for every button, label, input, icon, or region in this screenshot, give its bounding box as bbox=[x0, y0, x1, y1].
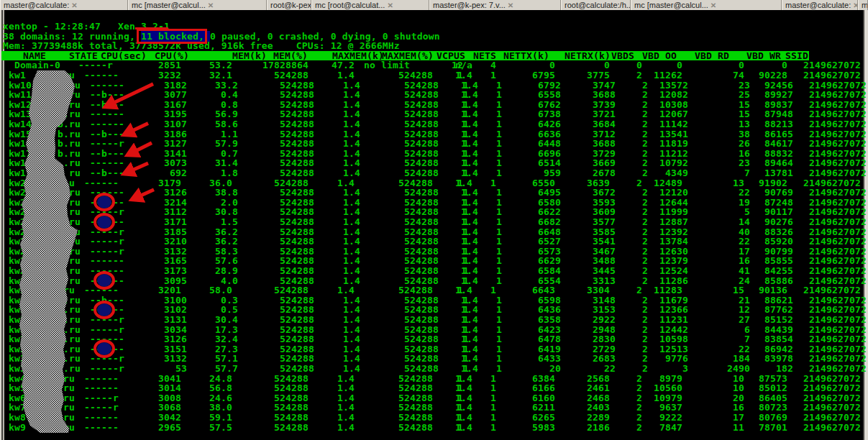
cell-nettx: 6426 bbox=[505, 119, 561, 129]
cell-ssid: 2149627072 bbox=[798, 413, 861, 423]
cell-vbd_wr: 87762 bbox=[753, 305, 793, 315]
terminal-tab[interactable]: master@k-pex: 7.v...✕ bbox=[429, 0, 561, 10]
cell-cpu_sec: 53 bbox=[121, 364, 187, 374]
cell-mem_k: 524288 bbox=[238, 247, 314, 257]
cell-cpu_pct: 36.0 bbox=[183, 178, 232, 188]
close-icon[interactable]: ✕ bbox=[208, 1, 214, 9]
close-icon[interactable]: ✕ bbox=[508, 1, 513, 9]
cell-vbd_oo: 12524 bbox=[651, 266, 688, 276]
cell-mem_k: 524288 bbox=[238, 90, 314, 100]
cell-nets: 1 bbox=[472, 158, 502, 168]
column-header-mem: MEM(%) bbox=[273, 51, 308, 61]
cell-cpu_pct: 58.3 bbox=[189, 247, 238, 257]
cell-nettx: 6795 bbox=[499, 70, 555, 81]
close-icon[interactable]: ✕ bbox=[853, 1, 858, 9]
cell-vbd_rd: 184 bbox=[691, 354, 750, 364]
cell-mem_pct: 1.4 bbox=[317, 256, 360, 266]
cell-maxmem_k: 524288 bbox=[357, 70, 433, 81]
cell-vbd_oo: 0 bbox=[645, 60, 682, 70]
cell-mem_pct: 1.4 bbox=[317, 325, 360, 335]
cell-vbds: 2 bbox=[619, 334, 648, 344]
cell-mem_k: 524288 bbox=[238, 325, 314, 335]
cell-maxmem_k: no limit bbox=[357, 60, 433, 70]
cell-maxmem_k: 524288 bbox=[362, 168, 439, 178]
cell-nets: 1 bbox=[472, 227, 502, 237]
cell-cpu_sec: 3141 bbox=[121, 149, 187, 159]
close-icon[interactable]: ✕ bbox=[387, 1, 393, 9]
column-header-maxmemk: MAXMEM(k) bbox=[332, 51, 384, 61]
table-row: kw33.ru-----r303417.35242881.45242881.41… bbox=[0, 325, 868, 335]
cell-vbd_oo: 11262 bbox=[645, 70, 682, 81]
cell-maxmem_k: 524288 bbox=[362, 266, 439, 276]
terminal-tab[interactable]: mc [master@calcul...✕ bbox=[631, 0, 782, 10]
cell-mem_k: 524288 bbox=[238, 168, 314, 178]
cell-ssid: 2149627072 bbox=[803, 168, 867, 178]
cell-vbd_oo: 12082 bbox=[651, 90, 688, 100]
terminal-tab[interactable]: master@calculate:✕ bbox=[0, 0, 128, 10]
terminal-tab[interactable]: mc [root@calculat...✕ bbox=[311, 0, 429, 10]
cell-maxmem_k: 524288 bbox=[362, 237, 439, 247]
cell-mem_pct: 1.4 bbox=[311, 413, 355, 423]
cell-nets: 1 bbox=[472, 217, 502, 227]
domain-state: --b--- bbox=[90, 149, 124, 159]
terminal-tab[interactable]: mc [master@calcul...✕ bbox=[128, 0, 267, 10]
cell-vbd_rd: 11 bbox=[685, 423, 744, 433]
cell-cpu_pct: 28.9 bbox=[189, 266, 238, 276]
cell-vbd_oo: 7847 bbox=[645, 423, 682, 433]
domain-state: ------ bbox=[90, 158, 124, 168]
table-row: kw2ru--b---32142.05242881.45242881.41165… bbox=[0, 198, 868, 208]
cell-nettx: 6419 bbox=[505, 344, 561, 354]
cell-nets: 1 bbox=[466, 413, 496, 423]
cell-vbd_rd: 6 bbox=[691, 325, 750, 335]
cell-cpu_sec: 2851 bbox=[115, 60, 181, 70]
close-icon[interactable]: ✕ bbox=[71, 1, 77, 9]
cell-ssid: 2149627072 bbox=[803, 207, 867, 217]
cell-cpu_pct: 30.4 bbox=[189, 315, 238, 325]
cell-vbds: 2 bbox=[613, 413, 642, 423]
cell-nettx: 5983 bbox=[499, 423, 555, 433]
cell-nettx: 6265 bbox=[499, 413, 555, 423]
domain-state: ------ bbox=[90, 81, 124, 91]
cell-vbd_wr: 84617 bbox=[753, 139, 793, 149]
cell-vbd_wr: 87948 bbox=[753, 109, 793, 119]
cell-vbd_oo: 11819 bbox=[651, 139, 688, 149]
cell-nettx: 6738 bbox=[505, 109, 561, 119]
cell-vbd_rd: 16 bbox=[685, 403, 744, 413]
cell-vbds: 2 bbox=[619, 295, 648, 306]
cell-ssid: 2149627072 bbox=[803, 315, 867, 325]
terminal-tab[interactable]: root@k-pex:/hom...✕ bbox=[267, 0, 311, 10]
cell-nets: 4 bbox=[466, 60, 496, 70]
terminal-tab[interactable]: master@calculate:✕ bbox=[782, 0, 858, 10]
column-header-vbdoo: VBD_OO bbox=[642, 51, 677, 61]
cell-maxmem_k: 524288 bbox=[357, 178, 433, 188]
cell-mem_k: 524288 bbox=[232, 393, 309, 403]
cell-vcpus: 1 bbox=[439, 158, 469, 168]
cell-cpu_pct: 32.1 bbox=[183, 70, 232, 81]
cell-vcpus: 1 bbox=[433, 70, 463, 81]
cell-nets: 1 bbox=[472, 325, 502, 335]
terminal-tab[interactable]: mas bbox=[858, 0, 868, 10]
cell-cpu_sec: 3008 bbox=[115, 393, 181, 403]
cell-vbd_rd: 10 bbox=[685, 383, 744, 393]
cell-mem_pct: 1.4 bbox=[311, 374, 355, 384]
cell-mem_pct: 1.4 bbox=[317, 344, 360, 354]
cell-mem_k: 524288 bbox=[232, 374, 309, 384]
table-row: kw25ru-----r321036.25242881.45242881.411… bbox=[0, 237, 868, 247]
cell-maxmem_k: 524288 bbox=[362, 256, 439, 266]
cell-mem_pct: 1.4 bbox=[311, 70, 355, 81]
domain-state: --b--- bbox=[90, 90, 124, 100]
terminal-tab[interactable]: root@calculate:/h...✕ bbox=[561, 0, 631, 10]
cell-cpu_pct: 4.0 bbox=[189, 276, 238, 286]
cell-vbd_wr: 90228 bbox=[747, 70, 787, 81]
cell-nets: 1 bbox=[472, 207, 502, 217]
cell-vbds: 2 bbox=[619, 90, 648, 100]
cell-cpu_pct: 30.8 bbox=[189, 207, 238, 217]
cell-cpu_pct: 58.0 bbox=[183, 285, 232, 295]
cell-mem_k: 524288 bbox=[232, 178, 309, 188]
table-row: kw31.ru--b---31020.55242881.45242881.411… bbox=[0, 305, 868, 315]
close-icon[interactable]: ✕ bbox=[711, 1, 716, 9]
cell-cpu_sec: 2965 bbox=[115, 423, 181, 433]
cell-mem_pct: 1.4 bbox=[317, 276, 360, 286]
cell-ssid: 2149627072 bbox=[803, 247, 867, 257]
cell-vbd_oo: 10308 bbox=[651, 100, 688, 110]
